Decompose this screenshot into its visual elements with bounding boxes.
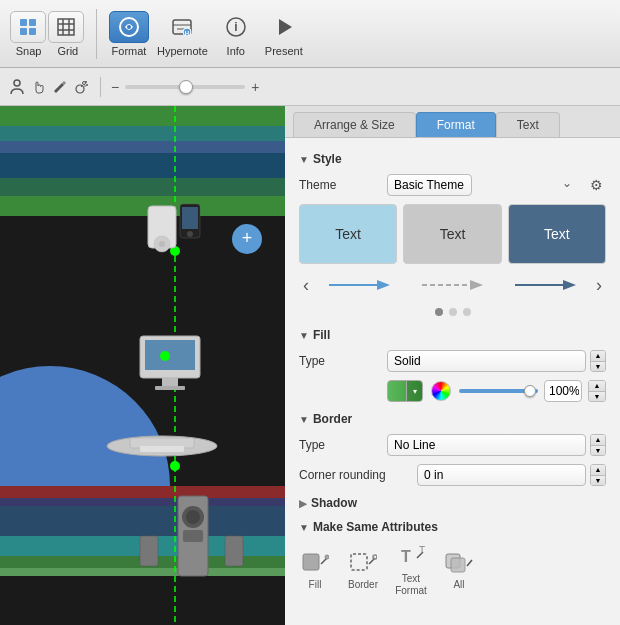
arrow-style-3 <box>513 274 578 296</box>
fill-color-arrow[interactable]: ▾ <box>406 381 422 401</box>
make-same-all-icon <box>443 548 475 576</box>
info-button[interactable]: i <box>216 11 256 43</box>
border-corner-down[interactable]: ▼ <box>591 476 605 486</box>
shadow-collapse-arrow[interactable]: ▶ <box>299 498 307 509</box>
grid-icon <box>56 17 76 37</box>
svg-rect-46 <box>145 340 195 370</box>
snap-button[interactable] <box>10 11 46 43</box>
make-same-fill[interactable]: Fill <box>299 548 331 591</box>
arrow-style-1 <box>327 274 392 296</box>
fill-opacity-down[interactable]: ▼ <box>589 392 605 402</box>
fill-type-up[interactable]: ▲ <box>591 351 605 362</box>
svg-rect-31 <box>0 178 285 196</box>
canvas-svg: + <box>0 106 285 625</box>
zoom-slider[interactable] <box>125 85 245 89</box>
border-type-label: Type <box>299 438 379 452</box>
fill-label: Fill <box>313 328 330 342</box>
make-same-all-label: All <box>453 579 464 591</box>
theme-select[interactable]: Basic Theme <box>387 174 472 196</box>
fill-type-stepper[interactable]: ▲ ▼ <box>590 350 606 372</box>
present-button[interactable] <box>264 11 304 43</box>
svg-rect-64 <box>183 530 203 542</box>
hypernote-icon: H <box>171 16 193 38</box>
tab-bar: Arrange & Size Format Text <box>285 106 620 138</box>
grid-button[interactable] <box>48 11 84 43</box>
svg-rect-47 <box>162 378 178 386</box>
hypernote-label: Hypernote <box>157 45 208 57</box>
make-same-text-format-label: Text Format <box>395 573 427 597</box>
fill-type-select[interactable]: Solid <box>387 350 586 372</box>
present-label: Present <box>265 45 303 57</box>
fill-opacity-up[interactable]: ▲ <box>589 381 605 392</box>
right-panel: Arrange & Size Format Text ▼ Style Theme… <box>285 106 620 625</box>
shadow-label: Shadow <box>311 496 357 510</box>
fill-type-down[interactable]: ▼ <box>591 362 605 372</box>
fill-opacity-stepper[interactable]: ▲ ▼ <box>588 380 606 402</box>
fill-opacity-field[interactable] <box>544 380 582 402</box>
border-label: Border <box>313 412 352 426</box>
tab-format[interactable]: Format <box>416 112 496 137</box>
grid-label: Grid <box>57 45 78 57</box>
make-same-label: Make Same Attributes <box>313 520 438 534</box>
style-card-2[interactable]: Text <box>403 204 501 264</box>
theme-select-wrapper: Basic Theme <box>387 174 578 196</box>
zoom-thumb[interactable] <box>179 80 193 94</box>
make-same-text-format[interactable]: T T Text Format <box>395 542 427 597</box>
svg-rect-0 <box>20 19 27 26</box>
zoom-out-icon[interactable]: − <box>111 79 119 95</box>
svg-point-23 <box>85 81 87 83</box>
style-cards: Text Text Text <box>299 204 606 264</box>
make-same-all[interactable]: All <box>443 548 475 591</box>
svg-text:i: i <box>234 20 237 34</box>
make-same-section: ▼ Make Same Attributes Fill <box>299 520 606 597</box>
svg-point-10 <box>127 25 131 29</box>
hypernote-group[interactable]: H Hypernote <box>157 11 208 57</box>
svg-text:T: T <box>419 545 425 556</box>
border-corner-select[interactable]: 0 in <box>417 464 586 486</box>
svg-point-24 <box>86 84 88 86</box>
fill-color-swatch[interactable]: ▾ <box>387 380 423 402</box>
fill-type-row: Type Solid ▲ ▼ <box>299 350 606 372</box>
theme-label: Theme <box>299 178 379 192</box>
dot-1 <box>435 308 443 316</box>
style-card-2-label: Text <box>440 226 466 242</box>
fill-color-wheel[interactable] <box>431 381 451 401</box>
svg-point-49 <box>160 351 170 361</box>
carousel-prev[interactable]: ‹ <box>299 275 313 296</box>
border-type-select[interactable]: No Line <box>387 434 586 456</box>
style-card-3[interactable]: Text <box>508 204 606 264</box>
fill-opacity-thumb[interactable] <box>524 385 536 397</box>
zoom-in-icon[interactable]: + <box>251 79 259 95</box>
make-same-border[interactable]: Border <box>347 548 379 591</box>
person-icon <box>8 78 26 96</box>
border-type-up[interactable]: ▲ <box>591 435 605 446</box>
svg-point-54 <box>159 241 165 247</box>
carousel-next[interactable]: › <box>592 275 606 296</box>
info-group[interactable]: i Info <box>216 11 256 57</box>
svg-marker-68 <box>377 280 390 290</box>
border-corner-up[interactable]: ▲ <box>591 465 605 476</box>
style-card-3-label: Text <box>544 226 570 242</box>
carousel-nav: ‹ <box>299 270 606 300</box>
format-group[interactable]: Format <box>109 11 149 57</box>
style-section: ▼ Style Theme Basic Theme ⚙ T <box>299 152 606 316</box>
border-corner-label: Corner rounding <box>299 468 409 482</box>
svg-rect-66 <box>225 536 243 566</box>
style-card-1[interactable]: Text <box>299 204 397 264</box>
gear-icon[interactable]: ⚙ <box>586 175 606 195</box>
shadow-header: ▶ Shadow <box>299 496 606 510</box>
border-type-stepper[interactable]: ▲ ▼ <box>590 434 606 456</box>
present-group[interactable]: Present <box>264 11 304 57</box>
tab-text[interactable]: Text <box>496 112 560 137</box>
svg-rect-3 <box>29 28 36 35</box>
format-button[interactable] <box>109 11 149 43</box>
fill-opacity-slider[interactable] <box>459 389 538 393</box>
svg-rect-34 <box>0 486 285 498</box>
tab-arrange[interactable]: Arrange & Size <box>293 112 416 137</box>
border-type-down[interactable]: ▼ <box>591 446 605 456</box>
fill-type-label: Type <box>299 354 379 368</box>
toolbar-sep-1 <box>96 9 97 59</box>
make-same-fill-icon <box>299 548 331 576</box>
hypernote-button[interactable]: H <box>162 11 202 43</box>
border-corner-stepper[interactable]: ▲ ▼ <box>590 464 606 486</box>
